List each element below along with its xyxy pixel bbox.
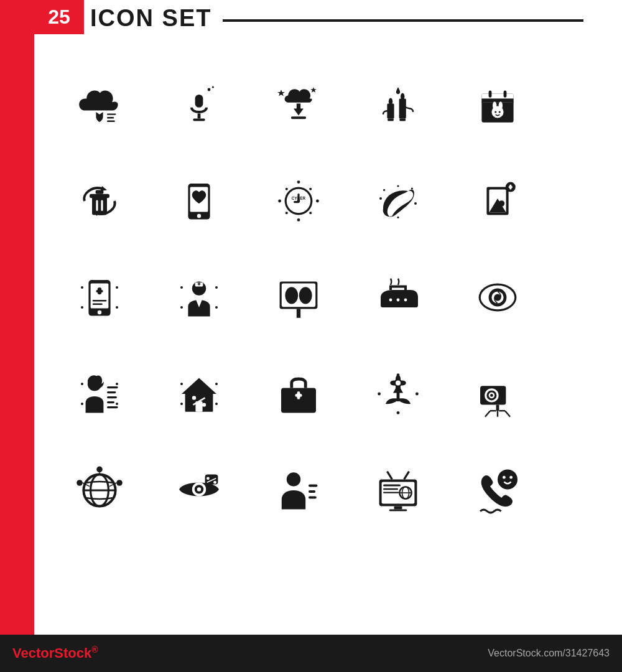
- page-title: ICON SET: [90, 5, 211, 32]
- svg-marker-8: [277, 90, 284, 96]
- svg-point-161: [213, 480, 216, 483]
- svg-rect-1: [107, 117, 114, 118]
- svg-point-110: [215, 383, 218, 385]
- footer-bar: VectorStock® VectorStock.com/31427643: [0, 635, 622, 672]
- brand-logo: VectorStock®: [12, 645, 98, 661]
- svg-point-58: [411, 187, 413, 189]
- svg-rect-140: [496, 404, 499, 411]
- icon-eye-vision: [448, 249, 547, 345]
- svg-point-179: [498, 469, 518, 489]
- icon-news-tv: [348, 442, 448, 538]
- svg-point-109: [180, 383, 183, 385]
- svg-point-151: [96, 466, 103, 472]
- icon-easter-calendar: [448, 56, 547, 152]
- icon-cloud-security: [50, 56, 149, 152]
- svg-point-100: [116, 383, 118, 385]
- svg-rect-50: [297, 194, 299, 200]
- svg-rect-23: [504, 90, 507, 97]
- icon-mobile-heart: [149, 152, 249, 249]
- icon-woman-profile: [50, 345, 149, 442]
- svg-rect-107: [107, 401, 114, 403]
- svg-point-112: [215, 403, 218, 405]
- svg-point-62: [499, 200, 505, 207]
- icon-mobile-medical: [50, 249, 149, 345]
- svg-point-4: [212, 86, 214, 88]
- icon-microphone: [149, 56, 249, 152]
- svg-point-52: [297, 199, 300, 202]
- svg-point-79: [180, 306, 183, 309]
- icon-eye-chat: [149, 442, 249, 538]
- icon-person-info: [249, 442, 348, 538]
- icon-recycle-trash: [50, 152, 149, 249]
- icon-banana: [348, 152, 448, 249]
- icon-global-network: [50, 442, 149, 538]
- icon-easter-eggs-sign: [249, 249, 348, 345]
- svg-point-116: [192, 396, 196, 399]
- svg-rect-2: [107, 120, 115, 121]
- svg-point-111: [180, 403, 183, 405]
- svg-point-45: [285, 212, 288, 214]
- svg-point-55: [397, 185, 399, 187]
- svg-rect-6: [198, 113, 201, 118]
- svg-rect-105: [107, 391, 116, 393]
- svg-point-56: [397, 216, 399, 218]
- svg-point-138: [490, 394, 493, 397]
- svg-rect-108: [107, 406, 118, 408]
- svg-rect-12: [291, 116, 306, 119]
- svg-point-44: [309, 187, 312, 190]
- svg-point-27: [494, 111, 496, 113]
- svg-rect-74: [98, 287, 101, 294]
- icon-iron-appliance: [348, 249, 448, 345]
- svg-point-68: [81, 306, 83, 309]
- svg-point-72: [98, 310, 101, 314]
- icon-set-number: 25: [34, 0, 84, 34]
- title-area: ICON SET: [90, 5, 583, 32]
- svg-rect-104: [107, 386, 118, 388]
- title-divider: [223, 19, 583, 22]
- svg-point-150: [116, 480, 123, 486]
- svg-point-77: [180, 286, 183, 289]
- svg-rect-17: [399, 118, 406, 121]
- svg-point-26: [499, 101, 503, 110]
- svg-point-87: [285, 287, 298, 304]
- svg-rect-139: [506, 386, 509, 404]
- brand-name: VectorStock: [12, 646, 91, 661]
- svg-rect-32: [96, 200, 98, 211]
- svg-point-67: [116, 286, 118, 289]
- svg-point-25: [493, 101, 496, 110]
- svg-rect-65: [509, 184, 511, 189]
- svg-point-163: [287, 472, 300, 486]
- svg-rect-76: [93, 303, 103, 304]
- svg-point-101: [81, 403, 83, 405]
- svg-point-15: [389, 98, 392, 105]
- svg-rect-7: [193, 118, 205, 121]
- svg-point-123: [378, 392, 381, 395]
- svg-line-172: [404, 471, 409, 479]
- icons-grid: CYBER: [50, 56, 547, 538]
- svg-marker-9: [310, 87, 317, 93]
- svg-rect-33: [101, 200, 103, 211]
- svg-point-181: [509, 475, 513, 478]
- svg-point-91: [389, 298, 392, 301]
- svg-point-28: [499, 111, 501, 113]
- svg-rect-14: [388, 118, 394, 121]
- svg-rect-106: [107, 396, 117, 398]
- icon-nurse-doctor: [149, 249, 249, 345]
- icon-cloud-download: [249, 56, 348, 152]
- svg-rect-16: [399, 98, 406, 118]
- svg-point-99: [81, 383, 83, 385]
- svg-rect-21: [481, 98, 513, 102]
- svg-line-171: [387, 471, 392, 479]
- svg-point-18: [401, 93, 404, 100]
- svg-point-54: [414, 202, 417, 205]
- svg-rect-90: [381, 303, 418, 307]
- svg-marker-34: [101, 186, 107, 191]
- svg-point-125: [397, 411, 400, 414]
- svg-point-57: [383, 189, 385, 190]
- svg-line-143: [485, 411, 490, 417]
- svg-rect-121: [297, 391, 300, 399]
- svg-rect-169: [394, 506, 402, 509]
- svg-point-3: [208, 88, 211, 91]
- svg-point-69: [116, 306, 118, 309]
- svg-point-124: [415, 392, 419, 395]
